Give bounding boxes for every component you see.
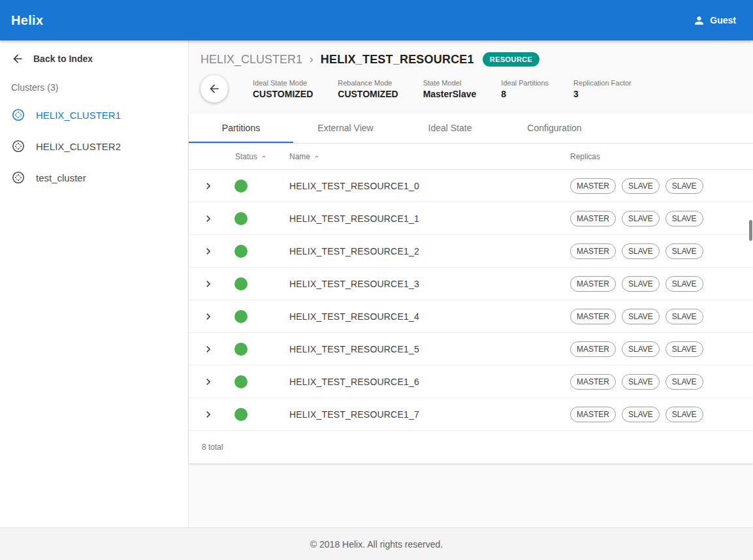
status-healthy-dot bbox=[234, 212, 248, 225]
meta-replication-factor: Replication Factor 3 bbox=[573, 79, 632, 99]
chevron-right-icon bbox=[202, 343, 215, 356]
replica-chip: SLAVE bbox=[622, 276, 660, 292]
column-header-replicas: Replicas bbox=[570, 152, 753, 161]
chevron-right-icon bbox=[202, 212, 215, 225]
status-cell bbox=[225, 277, 289, 290]
status-cell bbox=[225, 212, 289, 225]
expand-row-button[interactable] bbox=[189, 277, 225, 290]
main-panel: HELIX_CLUSTER1 › HELIX_TEST_RESOURCE1 RE… bbox=[189, 40, 753, 527]
chevron-right-icon bbox=[202, 245, 215, 258]
expand-row-button[interactable] bbox=[189, 245, 225, 258]
meta-value: CUSTOMIZED bbox=[253, 89, 313, 99]
replica-chip: SLAVE bbox=[622, 374, 660, 390]
copyright-text: © 2018 Helix. All rights reserved. bbox=[310, 539, 443, 550]
status-healthy-dot bbox=[234, 375, 248, 388]
cluster-icon bbox=[11, 170, 25, 185]
column-header-name[interactable]: Name bbox=[289, 152, 570, 161]
chevron-right-icon bbox=[202, 277, 215, 290]
resource-card: Partitions External View Ideal State Con… bbox=[189, 113, 753, 463]
meta-value: MasterSlave bbox=[423, 89, 477, 99]
table-row: HELIX_TEST_RESOURCE1_5 MASTER SLAVE SLAV… bbox=[189, 333, 753, 366]
replica-chip: SLAVE bbox=[622, 407, 660, 422]
expand-row-button[interactable] bbox=[189, 179, 225, 193]
column-label: Replicas bbox=[570, 152, 600, 161]
replica-chip: MASTER bbox=[570, 407, 616, 422]
sidebar-item-helix-cluster2[interactable]: HELIX_CLUSTER2 bbox=[0, 131, 188, 162]
user-menu[interactable]: Guest bbox=[693, 14, 736, 27]
topbar: Helix Guest bbox=[0, 0, 753, 40]
replica-chip: SLAVE bbox=[622, 341, 660, 357]
status-healthy-dot bbox=[234, 179, 248, 193]
partition-name: HELIX_TEST_RESOURCE1_1 bbox=[289, 213, 570, 224]
breadcrumb-resource-name: HELIX_TEST_RESOURCE1 bbox=[321, 53, 474, 67]
scrollbar-thumb[interactable] bbox=[749, 220, 752, 241]
sidebar-item-label: HELIX_CLUSTER2 bbox=[36, 141, 121, 152]
chevron-right-icon bbox=[202, 179, 215, 193]
replica-chip: SLAVE bbox=[665, 341, 703, 357]
meta-label: Replication Factor bbox=[573, 79, 632, 87]
tab-external-view[interactable]: External View bbox=[293, 113, 398, 143]
back-to-index-link[interactable]: Back to Index bbox=[0, 46, 188, 72]
meta-label: Rebalance Mode bbox=[338, 79, 398, 87]
table-row: HELIX_TEST_RESOURCE1_1 MASTER SLAVE SLAV… bbox=[189, 202, 753, 235]
meta-value: CUSTOMIZED bbox=[338, 89, 398, 99]
expand-row-button[interactable] bbox=[189, 375, 225, 388]
sidebar-item-label: test_cluster bbox=[36, 172, 86, 183]
replica-chip: SLAVE bbox=[622, 243, 660, 259]
meta-label: Ideal State Mode bbox=[253, 79, 313, 87]
partition-name: HELIX_TEST_RESOURCE1_6 bbox=[289, 377, 570, 387]
replica-chip: SLAVE bbox=[665, 178, 703, 194]
column-label: Name bbox=[289, 152, 310, 161]
tab-ideal-state[interactable]: Ideal State bbox=[398, 113, 502, 143]
page-footer: © 2018 Helix. All rights reserved. bbox=[0, 527, 753, 560]
back-arrow-icon bbox=[208, 82, 221, 95]
breadcrumb-cluster-link[interactable]: HELIX_CLUSTER1 bbox=[200, 53, 302, 67]
replica-chip: SLAVE bbox=[622, 309, 660, 324]
expand-row-button[interactable] bbox=[189, 343, 225, 356]
replica-chip: MASTER bbox=[570, 341, 616, 357]
partition-name: HELIX_TEST_RESOURCE1_4 bbox=[289, 311, 570, 322]
status-cell bbox=[225, 375, 289, 388]
status-healthy-dot bbox=[234, 408, 248, 421]
tab-partitions[interactable]: Partitions bbox=[189, 113, 293, 143]
status-healthy-dot bbox=[234, 277, 248, 290]
partition-name: HELIX_TEST_RESOURCE1_0 bbox=[289, 181, 570, 191]
content-area: Back to Index Clusters (3) HELIX_CLUSTER… bbox=[0, 40, 753, 527]
status-healthy-dot bbox=[234, 310, 248, 323]
replica-chip: SLAVE bbox=[665, 211, 703, 226]
table-row: HELIX_TEST_RESOURCE1_7 MASTER SLAVE SLAV… bbox=[189, 398, 753, 431]
resource-header: HELIX_CLUSTER1 › HELIX_TEST_RESOURCE1 RE… bbox=[189, 40, 753, 113]
replica-chip: SLAVE bbox=[622, 178, 660, 194]
table-total-label: 8 total bbox=[189, 431, 753, 463]
replica-chip: MASTER bbox=[570, 374, 616, 390]
back-arrow-icon bbox=[11, 52, 24, 65]
meta-rebalance-mode: Rebalance Mode CUSTOMIZED bbox=[338, 79, 398, 99]
replica-chips: MASTER SLAVE SLAVE bbox=[570, 178, 753, 194]
sidebar-item-helix-cluster1[interactable]: HELIX_CLUSTER1 bbox=[0, 99, 188, 131]
expand-row-button[interactable] bbox=[189, 408, 225, 421]
replica-chips: MASTER SLAVE SLAVE bbox=[570, 341, 753, 357]
sidebar-item-test-cluster[interactable]: test_cluster bbox=[0, 162, 188, 193]
status-cell bbox=[225, 343, 289, 356]
meta-value: 8 bbox=[501, 89, 549, 99]
expand-row-button[interactable] bbox=[189, 212, 225, 225]
tab-bar: Partitions External View Ideal State Con… bbox=[189, 113, 753, 144]
cluster-icon bbox=[11, 139, 25, 153]
back-button[interactable] bbox=[200, 75, 228, 102]
replica-chips: MASTER SLAVE SLAVE bbox=[570, 374, 753, 390]
sidebar: Back to Index Clusters (3) HELIX_CLUSTER… bbox=[0, 40, 189, 527]
meta-ideal-state-mode: Ideal State Mode CUSTOMIZED bbox=[253, 79, 313, 99]
replica-chips: MASTER SLAVE SLAVE bbox=[570, 211, 753, 226]
table-row: HELIX_TEST_RESOURCE1_2 MASTER SLAVE SLAV… bbox=[189, 235, 753, 268]
table-header: Status Name Replicas bbox=[189, 144, 753, 170]
user-label: Guest bbox=[710, 15, 736, 25]
cluster-icon bbox=[11, 108, 25, 122]
tab-configuration[interactable]: Configuration bbox=[502, 113, 607, 143]
replica-chip: SLAVE bbox=[665, 374, 703, 390]
expand-row-button[interactable] bbox=[189, 310, 225, 323]
replica-chip: SLAVE bbox=[665, 309, 703, 324]
replica-chip: MASTER bbox=[570, 243, 616, 259]
table-row: HELIX_TEST_RESOURCE1_4 MASTER SLAVE SLAV… bbox=[189, 300, 753, 333]
column-header-status[interactable]: Status bbox=[225, 152, 289, 161]
table-row: HELIX_TEST_RESOURCE1_6 MASTER SLAVE SLAV… bbox=[189, 366, 753, 398]
